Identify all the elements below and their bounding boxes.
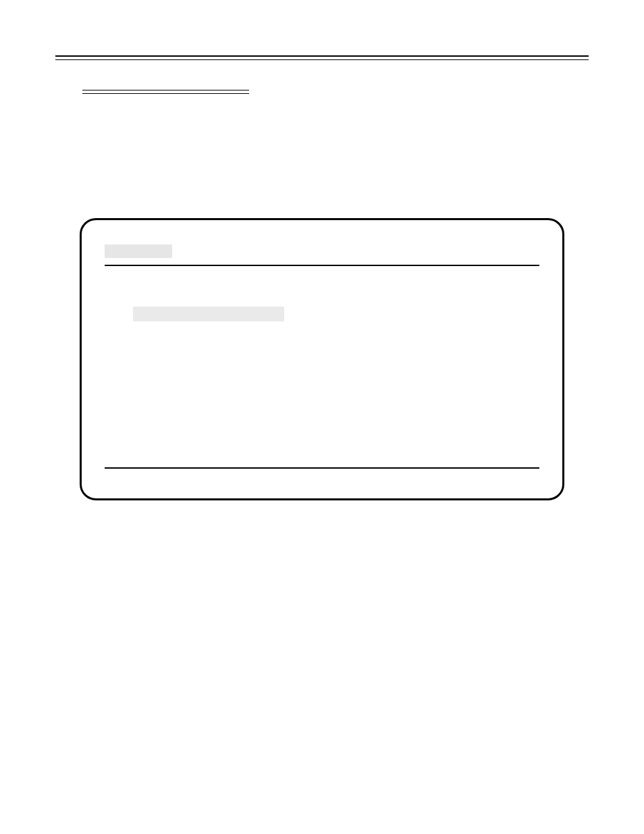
card-header-rule xyxy=(105,244,539,266)
heading-rule-top xyxy=(82,90,249,90)
section-heading-box xyxy=(82,90,249,94)
card-body xyxy=(105,266,539,324)
card-footer-rule xyxy=(105,467,539,469)
page-top-double-rule xyxy=(55,55,589,60)
highlight-badge-2 xyxy=(133,307,284,321)
callout-card xyxy=(80,218,564,500)
highlight-badge-1 xyxy=(105,244,172,258)
page xyxy=(0,0,644,500)
heading-rule-bottom xyxy=(82,93,249,94)
